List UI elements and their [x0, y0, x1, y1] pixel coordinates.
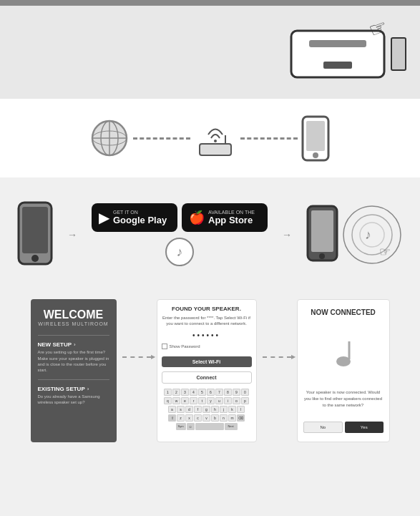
- globe-svg: [90, 119, 130, 158]
- key-b[interactable]: b: [211, 414, 219, 422]
- printer-illustration: ☞: [270, 16, 413, 88]
- key-p[interactable]: p: [241, 397, 249, 404]
- key-8[interactable]: 8: [224, 389, 232, 396]
- key-e[interactable]: e: [181, 397, 189, 404]
- key-2[interactable]: 2: [172, 389, 180, 396]
- key-k[interactable]: k: [228, 406, 236, 413]
- phone-right-svg: [306, 205, 338, 262]
- key-i[interactable]: i: [224, 397, 232, 404]
- dashed-line-1: [133, 137, 190, 140]
- key-g[interactable]: g: [202, 406, 210, 413]
- phone-left: [17, 201, 53, 268]
- show-password-row[interactable]: Show Password: [162, 344, 252, 349]
- top-bar: [0, 0, 420, 6]
- connected-screen: NOW CONNECTED Your speaker is now connec…: [297, 299, 390, 442]
- svg-point-21: [319, 253, 325, 259]
- show-password-checkbox[interactable]: [162, 344, 167, 349]
- key-0[interactable]: 0: [241, 389, 249, 396]
- key-4[interactable]: 4: [190, 389, 197, 396]
- google-play-badge[interactable]: ▶ GET IT ON Google Play: [92, 203, 177, 232]
- key-o[interactable]: o: [233, 397, 240, 404]
- existing-setup-option[interactable]: EXISTING SETUP › Do you already have a S…: [38, 386, 109, 406]
- printer-svg: ☞: [270, 13, 413, 92]
- new-setup-option[interactable]: NEW SETUP › Are you setting up for the f…: [38, 341, 109, 374]
- key-7[interactable]: 7: [215, 389, 223, 396]
- key-n[interactable]: n: [220, 414, 228, 422]
- speaker-aura: ♪ ☞: [342, 205, 403, 266]
- select-wifi-button[interactable]: Select Wi-Fi: [162, 356, 252, 367]
- key-m[interactable]: m: [228, 414, 236, 422]
- printer-section: ☞: [0, 6, 420, 99]
- google-play-subtitle: GET IT ON: [113, 210, 167, 215]
- key-next[interactable]: Next: [225, 423, 238, 430]
- key-6[interactable]: 6: [207, 389, 215, 396]
- key-9[interactable]: 9: [233, 389, 240, 396]
- new-setup-label: NEW SETUP: [38, 341, 72, 348]
- key-shift[interactable]: ⇧: [168, 414, 176, 422]
- connected-description: Your speaker is now connected. Would you…: [303, 389, 384, 422]
- key-space[interactable]: [195, 423, 224, 430]
- key-q[interactable]: q: [164, 397, 172, 404]
- router-svg: [194, 117, 237, 160]
- keyboard-row-1: 1 2 3 4 5 6 7 8 9 0: [162, 389, 252, 396]
- music-note-badge: ♪: [165, 238, 194, 266]
- key-v[interactable]: v: [202, 414, 210, 422]
- globe-icon: [90, 119, 130, 158]
- key-1[interactable]: 1: [164, 389, 172, 396]
- phone-right-group: ♪ ☞: [306, 205, 403, 266]
- key-f[interactable]: f: [194, 406, 202, 413]
- key-c[interactable]: c: [194, 414, 202, 422]
- welcome-subtitle: WIRELESS MULTIROOM: [38, 321, 109, 326]
- key-s[interactable]: s: [177, 406, 185, 413]
- key-d[interactable]: d: [185, 406, 193, 413]
- key-l[interactable]: l: [237, 406, 245, 413]
- google-play-icon: ▶: [99, 209, 109, 226]
- key-u[interactable]: u: [215, 397, 223, 404]
- svg-rect-1: [309, 40, 366, 47]
- app-store-badge[interactable]: 🍎 Available on the App Store: [182, 203, 268, 232]
- setup-section: WELCOME WIRELESS MULTIROOM NEW SETUP › A…: [0, 292, 420, 449]
- keyboard-row-2: q w e r t y u i o p: [162, 397, 252, 404]
- key-sym[interactable]: Sym: [176, 423, 186, 430]
- key-x[interactable]: x: [185, 414, 193, 422]
- connect-button[interactable]: Connect: [162, 371, 252, 384]
- key-r[interactable]: r: [190, 397, 197, 404]
- arrow-to-phone-right: →: [282, 229, 292, 240]
- phone-network-icon: [301, 115, 330, 162]
- key-y[interactable]: y: [207, 397, 215, 404]
- no-button[interactable]: No: [303, 422, 343, 433]
- key-emoji[interactable]: ☺: [187, 423, 195, 430]
- key-t[interactable]: t: [198, 397, 206, 404]
- key-j[interactable]: j: [220, 406, 228, 413]
- key-5[interactable]: 5: [198, 389, 206, 396]
- app-store-title: App Store: [208, 215, 255, 225]
- svg-point-28: [336, 356, 351, 366]
- svg-rect-14: [306, 121, 325, 151]
- welcome-title: WELCOME: [38, 308, 109, 321]
- key-a[interactable]: a: [168, 406, 176, 413]
- key-w[interactable]: w: [172, 397, 180, 404]
- store-badges-row: ▶ GET IT ON Google Play 🍎 Available on t…: [92, 203, 268, 232]
- key-h[interactable]: h: [211, 406, 219, 413]
- key-backspace[interactable]: ⌫: [237, 414, 245, 422]
- svg-rect-3: [391, 38, 406, 70]
- svg-rect-2: [323, 62, 352, 69]
- app-store-subtitle: Available on the: [208, 210, 255, 215]
- music-note-connected: [303, 338, 384, 379]
- google-play-text: GET IT ON Google Play: [113, 210, 167, 225]
- wifi-password-dots: ••••••: [162, 331, 252, 339]
- svg-point-24: [360, 223, 384, 247]
- key-3[interactable]: 3: [181, 389, 189, 396]
- connected-title: NOW CONNECTED: [303, 308, 384, 316]
- router-icon: [194, 117, 237, 160]
- music-note-svg: [329, 338, 358, 374]
- welcome-divider: [38, 335, 109, 336]
- show-password-label: Show Password: [170, 344, 200, 349]
- new-setup-desc: Are you setting up for the first time? M…: [38, 349, 109, 374]
- app-store-text: Available on the App Store: [208, 210, 255, 225]
- wifi-header: FOUND YOUR SPEAKER.: [162, 306, 252, 312]
- speaker-aura-svg: ♪ ☞: [342, 205, 403, 266]
- key-z[interactable]: z: [177, 414, 185, 422]
- yes-button[interactable]: Yes: [345, 422, 384, 433]
- keyboard-bottom-row: Sym ☺ Next: [162, 423, 252, 430]
